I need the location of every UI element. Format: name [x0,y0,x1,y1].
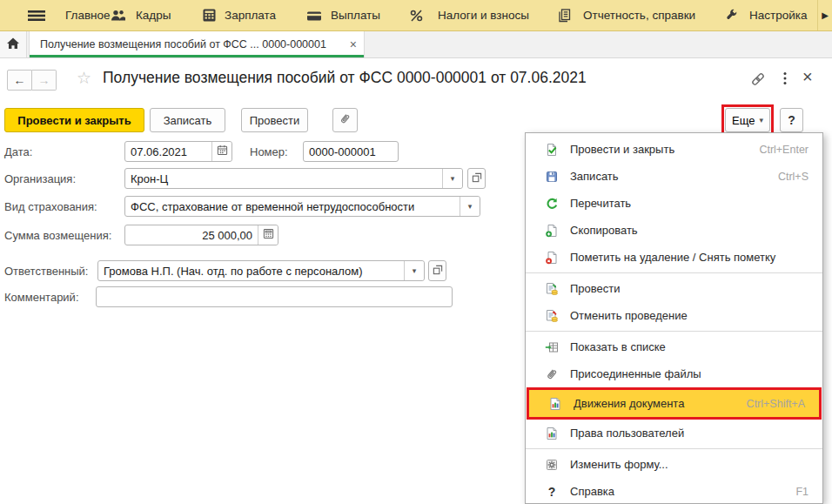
comment-field [96,286,453,307]
favorite-star-icon[interactable]: ☆ [77,68,91,88]
reports-icon [557,0,572,30]
more-button[interactable]: Еще ▾ [725,108,770,132]
more-dropdown-menu: Провести и закрыть Ctrl+Enter Записать C… [525,132,823,504]
write-button[interactable]: Записать [150,108,225,132]
date-input[interactable] [125,142,211,161]
home-button[interactable] [0,31,27,57]
chevron-down-icon: ▾ [468,202,473,211]
post-close-icon [545,143,559,157]
chevron-down-icon: ▾ [759,116,763,124]
tab-label: Получение возмещения пособий от ФСС ... … [40,38,348,50]
organization-dropdown-button[interactable]: ▾ [442,169,462,188]
responsible-input[interactable] [98,261,404,280]
menu-item-glavnoe[interactable]: Главное [65,0,111,30]
menu-item-document-movements[interactable]: Движения документа Ctrl+Shift+A [529,390,819,417]
responsible-open-button[interactable] [428,260,446,281]
menu-item-nastroika[interactable]: Настройка [749,0,807,30]
menu-item-vyplaty[interactable]: Выплаты [331,0,380,30]
organization-open-button[interactable] [467,168,486,189]
calculator-button[interactable] [258,225,278,245]
number-label: Номер: [250,145,288,158]
help-icon: ? [545,485,559,499]
menu-item-copy[interactable]: Скопировать [526,217,822,244]
forward-button[interactable]: → [32,70,57,91]
main-menu-bar: Главное Кадры Зарплата Выплаты Налоги и … [0,0,832,31]
save-icon [545,170,559,184]
menu-item-attached-files[interactable]: Присоединенные файлы [526,360,822,387]
edit-form-icon [545,458,559,472]
tab-close-icon[interactable]: × [350,37,357,51]
open-icon [433,263,443,279]
menu-item-show-in-list[interactable]: Показать в списке [526,333,822,360]
back-button[interactable]: ← [7,70,32,91]
organization-input[interactable] [125,169,442,188]
forward-icon: → [38,73,50,87]
amount-label: Сумма возмещения: [4,229,111,242]
more-button-annotation: Еще ▾ [721,104,774,136]
menu-item-post-and-close[interactable]: Провести и закрыть Ctrl+Enter [526,136,822,163]
reread-icon [545,197,559,211]
amount-field [124,225,278,245]
delete-mark-icon [545,251,559,265]
calendar-button[interactable] [211,142,231,161]
date-label: Дата: [4,145,32,158]
organization-label: Организация: [4,172,76,185]
get-link-icon[interactable] [750,71,766,91]
comment-input[interactable] [97,287,452,306]
insurance-kind-label: Вид страхования: [4,200,97,213]
more-actions-dots-icon[interactable] [782,71,788,89]
insurance-kind-field: ▾ [124,196,480,217]
responsible-field: ▾ [97,260,425,281]
open-icon [472,171,482,186]
number-input[interactable] [304,142,398,161]
menu-item-unpost[interactable]: Отменить проведение [526,302,822,329]
menu-item-nalogi[interactable]: Налоги и взносы [438,0,529,30]
responsible-dropdown-button[interactable]: ▾ [404,261,424,280]
tab-document[interactable]: Получение возмещения пособий от ФСС ... … [29,31,365,57]
hamburger-icon [27,9,46,23]
calculator-icon [202,0,217,30]
active-tab-underline [30,55,364,57]
show-in-list-icon [545,340,559,354]
close-window-icon[interactable]: × [802,67,813,87]
menu-overflow-arrow[interactable]: ▶ [817,0,832,30]
menu-item-write[interactable]: Записать Ctrl+S [526,163,822,190]
menu-item-delete-mark[interactable]: Пометить на удаление / Снять пометку [526,244,822,271]
insurance-kind-dropdown-button[interactable]: ▾ [460,197,480,216]
user-rights-icon [545,427,559,440]
page-title: Получение возмещения пособий от ФСС 0000… [103,69,587,87]
post-button[interactable]: Провести [241,108,308,132]
menu-item-edit-form[interactable]: Изменить форму... [526,451,822,478]
menu-item-otchetnost[interactable]: Отчетность, справки [583,0,695,30]
menu-separator [526,448,822,449]
attachments-button[interactable] [332,108,358,132]
back-icon: ← [14,73,26,87]
post-and-close-button[interactable]: Провести и закрыть [4,108,144,132]
date-field [124,141,232,162]
history-nav: ← → [7,70,57,91]
payment-card-icon [306,0,322,30]
menu-separator [526,272,822,273]
number-field [303,141,399,162]
menu-item-help[interactable]: ? Справка F1 [526,478,822,504]
people-icon [110,0,126,30]
menu-item-user-rights[interactable]: Права пользователей [526,420,822,447]
home-icon [6,37,20,53]
organization-field: ▾ [124,168,463,189]
comment-label: Комментарий: [4,291,79,304]
menu-item-reread[interactable]: Перечитать [526,190,822,217]
copy-icon [545,224,559,238]
paperclip-icon [339,112,352,128]
responsible-label: Ответственный: [4,265,88,278]
hamburger-menu-button[interactable] [27,0,46,30]
unpost-icon [545,309,559,323]
menu-item-kadry[interactable]: Кадры [136,0,171,30]
insurance-kind-input[interactable] [125,197,460,216]
menu-item-post[interactable]: Провести [526,275,822,302]
document-movements-icon [548,397,562,411]
help-button[interactable]: ? [780,108,803,132]
wrench-icon [724,0,739,30]
chevron-down-icon: ▾ [451,174,455,183]
menu-item-zarplata[interactable]: Зарплата [225,0,276,30]
amount-input[interactable] [125,225,258,245]
